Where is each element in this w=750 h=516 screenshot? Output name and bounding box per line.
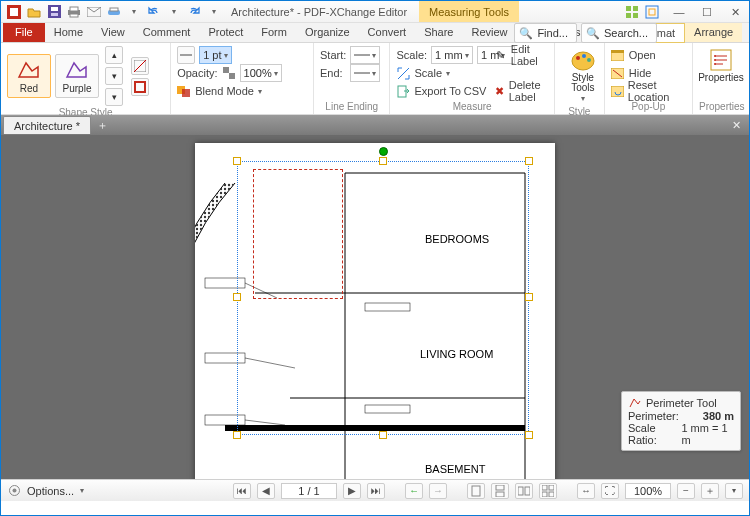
stroke-color-button[interactable] [131,78,149,96]
fill-color-button[interactable] [131,57,149,75]
svg-line-18 [134,60,146,72]
swatch-purple[interactable]: Purple [55,54,99,98]
maximize-button[interactable]: ☐ [693,1,721,23]
view-continuous-button[interactable] [491,483,509,499]
title-center: Architecture* - PDF-XChange Editor Measu… [231,1,519,22]
handle-s[interactable] [379,431,387,439]
page-number-field[interactable]: 1 / 1 [281,483,337,499]
handle-ne[interactable] [525,157,533,165]
handle-se[interactable] [525,431,533,439]
tab-convert[interactable]: Convert [359,22,416,42]
svg-rect-2 [48,5,61,18]
svg-rect-65 [496,492,504,497]
launch-icon[interactable] [645,5,659,19]
rescale-label: Scale [414,67,442,79]
svg-rect-64 [496,485,504,490]
line-style-button[interactable] [177,46,195,64]
fit-page-button[interactable]: ⛶ [601,483,619,499]
group-style-tools: Style Tools▾ Style Tools [555,43,605,114]
tab-comment[interactable]: Comment [134,22,200,42]
svg-rect-25 [182,89,190,97]
search-icon: 🔍 [586,26,600,40]
tab-arrange[interactable]: Arrange [685,22,742,42]
end-dropdown[interactable]: ▾ [350,64,380,82]
style-tools-button[interactable]: Style Tools▾ [561,46,605,105]
options-label[interactable]: Options... [27,485,74,497]
save-icon[interactable] [45,3,63,21]
swatch-red[interactable]: Red [7,54,51,98]
svg-point-30 [576,56,580,60]
rotation-handle[interactable] [379,147,388,156]
stroke-width-dropdown[interactable]: 1 pt▾ [199,46,231,64]
view-facing-button[interactable] [515,483,533,499]
start-dropdown[interactable]: ▾ [350,46,380,64]
zoom-in-button[interactable]: ＋ [701,483,719,499]
svg-rect-6 [70,7,78,11]
nav-back-button[interactable]: ← [405,483,423,499]
next-page-button[interactable]: ▶ [343,483,361,499]
title-bar: ▾ ▾ ▾ Architecture* - PDF-XChange Editor… [1,1,749,23]
undo-icon[interactable] [145,3,163,21]
tab-form[interactable]: Form [252,22,296,42]
email-icon[interactable] [85,3,103,21]
zoom-more-button[interactable]: ▾ [725,483,743,499]
tab-file[interactable]: File [3,22,45,42]
opacity-dropdown[interactable]: 100%▾ [240,64,282,82]
redo-dropdown-icon[interactable]: ▾ [205,3,223,21]
gallery-more-button[interactable]: ▾ [105,88,123,106]
qat-dropdown-icon[interactable]: ▾ [125,3,143,21]
delete-label-button[interactable]: ✖Delete Label [494,82,553,100]
tab-organize[interactable]: Organize [296,22,359,42]
ui-options-icon[interactable] [625,5,639,19]
minimize-button[interactable]: — [665,1,693,23]
edit-label-button[interactable]: ✎Edit Label [494,46,553,64]
handle-nw[interactable] [233,157,241,165]
tab-view[interactable]: View [92,22,134,42]
close-button[interactable]: ✕ [721,1,749,23]
gallery-up-button[interactable]: ▴ [105,46,123,64]
find-label: Find... [537,27,568,39]
view-single-button[interactable] [467,483,485,499]
find-button[interactable]: 🔍Find... [514,23,577,43]
document-canvas[interactable]: BEDROOMS LIVING ROOM BASEMENT Perimeter … [1,135,749,479]
scan-icon[interactable] [105,3,123,21]
handle-n[interactable] [379,157,387,165]
view-facing-cont-button[interactable] [539,483,557,499]
print-icon[interactable] [65,3,83,21]
nav-fwd-button[interactable]: → [429,483,447,499]
svg-rect-7 [70,14,78,17]
status-bar: Options...▾ ⏮ ◀ 1 / 1 ▶ ⏭ ← → ↔ ⛶ 100% −… [1,479,749,501]
zoom-field[interactable]: 100% [625,483,671,499]
redo-icon[interactable] [185,3,203,21]
svg-rect-3 [51,7,58,11]
tab-share[interactable]: Share [415,22,462,42]
scale-from-dropdown[interactable]: 1 mm▾ [431,46,473,64]
blend-icon [177,84,191,98]
document-tab[interactable]: Architecture * [3,116,91,134]
tab-home[interactable]: Home [45,22,92,42]
tab-review[interactable]: Review [462,22,516,42]
new-tab-button[interactable]: ＋ [93,116,111,134]
handle-sw[interactable] [233,431,241,439]
open-icon[interactable] [25,3,43,21]
open-popup-button[interactable]: Open [611,46,686,64]
prev-page-button[interactable]: ◀ [257,483,275,499]
search-button[interactable]: 🔍Search... [581,23,657,43]
fit-width-button[interactable]: ↔ [577,483,595,499]
start-label: Start: [320,49,346,61]
undo-dropdown-icon[interactable]: ▾ [165,3,183,21]
first-page-button[interactable]: ⏮ [233,483,251,499]
options-icon[interactable] [7,484,21,498]
properties-button[interactable]: Properties [699,46,743,85]
blend-mode-button[interactable]: Blend Mode ▾ [177,82,307,100]
zoom-out-button[interactable]: − [677,483,695,499]
last-page-button[interactable]: ⏭ [367,483,385,499]
svg-rect-68 [542,485,547,490]
tab-protect[interactable]: Protect [199,22,252,42]
gallery-down-button[interactable]: ▾ [105,67,123,85]
handle-e[interactable] [525,293,533,301]
group-line-ending: Start:▾ End:▾ Line Ending [314,43,390,114]
close-doc-button[interactable]: ✕ [727,119,745,132]
handle-w[interactable] [233,293,241,301]
reset-location-button[interactable]: Reset Location [611,82,686,100]
